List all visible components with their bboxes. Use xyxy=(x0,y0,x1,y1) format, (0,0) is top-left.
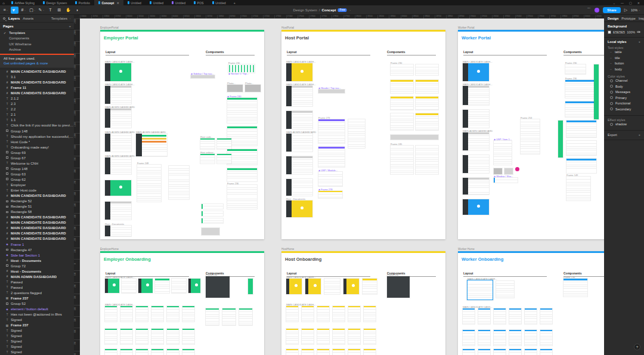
home-icon[interactable]: ⌂ xyxy=(0,0,7,5)
layer-row[interactable]: T1.1 xyxy=(0,118,74,123)
layer-row[interactable]: THas not been @actioned in 8hrs xyxy=(0,312,74,317)
file-tab[interactable]: Untitled xyxy=(168,0,190,5)
tab-prototype[interactable]: Prototype xyxy=(621,17,636,20)
layer-row[interactable]: Group 148 xyxy=(0,166,74,171)
layer-row[interactable]: ◈Side bar Section 1 xyxy=(0,252,74,258)
layer-row[interactable]: ▤Frame 237 xyxy=(0,295,74,301)
layer-row[interactable]: #Frame 11 xyxy=(0,85,74,91)
color-style-row[interactable]: Secondary xyxy=(608,106,640,112)
layer-row[interactable]: T2.2 xyxy=(0,107,74,112)
tab-assets[interactable]: Assets xyxy=(23,17,33,20)
background-opacity[interactable]: 100% xyxy=(627,30,635,34)
avatar[interactable] xyxy=(595,8,599,13)
frame-name-label[interactable]: HostHome xyxy=(281,248,294,251)
tab-inspect[interactable]: Inspect xyxy=(639,17,644,20)
close-icon[interactable]: ✕ xyxy=(637,1,640,5)
layer-row[interactable]: Group 62 xyxy=(0,177,74,182)
layer-row[interactable]: TSigned xyxy=(0,317,74,323)
layer-row[interactable]: TPassed xyxy=(0,285,74,290)
headphones-icon[interactable]: ⌒ xyxy=(587,7,591,13)
pen-tool[interactable]: ✎⌄ xyxy=(38,7,45,14)
frame-name-label[interactable]: EmployerHome xyxy=(100,248,119,251)
new-tab-button[interactable]: + xyxy=(230,0,239,5)
close-tab-icon[interactable]: ✕ xyxy=(117,1,119,5)
color-style-row[interactable]: Primary xyxy=(608,95,640,101)
upgrade-link[interactable]: Get unlimited pages & more xyxy=(4,61,70,65)
layer-row[interactable]: #MAIN ADMIN DASHBOARD xyxy=(0,274,74,279)
layer-row[interactable]: #MAIN CANDIDATE DASHBOARD xyxy=(0,193,74,199)
page-row[interactable]: UX Wireframe xyxy=(0,41,74,47)
chevron-down-icon[interactable]: ⌄ xyxy=(349,9,351,11)
layer-row[interactable]: Group 69 xyxy=(0,150,74,155)
layer-row[interactable]: Rectangle 52 xyxy=(0,199,74,204)
layer-row[interactable]: Rectangle 47 xyxy=(0,247,74,252)
design-frame-worker-onboarding[interactable]: Worker HomeWorker OnboardingLayoutCompon… xyxy=(458,251,604,355)
text-style-row[interactable]: –table xyxy=(608,50,640,55)
hand-tool[interactable]: ✋ xyxy=(64,7,72,14)
layer-row[interactable]: TSigned xyxy=(0,344,74,350)
page-row[interactable]: Components xyxy=(0,36,74,42)
layer-row[interactable]: TEnter Host code xyxy=(0,188,74,193)
layer-row[interactable]: #MAIN CANDIDATE DASHBOARD xyxy=(0,231,74,236)
layer-row[interactable]: T2.1.2 xyxy=(0,96,74,101)
layer-row[interactable]: TOnboarding made easy! xyxy=(0,144,74,150)
page-row[interactable]: Archive xyxy=(0,47,74,53)
layer-row[interactable]: #MAIN CANDIDATE DASHBOARD xyxy=(0,215,74,220)
file-breadcrumb[interactable]: Design System / Concept Free ⌄ xyxy=(293,8,351,12)
layer-row[interactable]: ◈Frame 1 xyxy=(0,242,74,247)
design-frame-host-portal[interactable]: HostPortalHost PortalLayoutComponentsMAI… xyxy=(281,30,445,239)
tab-layers[interactable]: Layers xyxy=(8,17,20,20)
file-tab[interactable]: Untitled xyxy=(123,0,145,5)
file-tab[interactable]: Concept✕ xyxy=(94,0,123,5)
help-button[interactable]: ? xyxy=(634,344,640,350)
layer-row[interactable]: TWelcome to CNH xyxy=(0,160,74,166)
add-export-button[interactable]: + xyxy=(639,133,640,137)
add-style-button[interactable]: + xyxy=(639,40,640,44)
frame-name-label[interactable]: Worker Home xyxy=(458,248,475,251)
layer-row[interactable]: TSigned xyxy=(0,339,74,344)
layer-row[interactable]: TSigned xyxy=(0,328,74,334)
file-tab[interactable]: Design System xyxy=(39,0,71,5)
layer-row[interactable]: #MAIN CANDIDATE DASHBOARD xyxy=(0,220,74,226)
page-row[interactable]: ✓Templates xyxy=(0,30,74,36)
layer-row[interactable]: TClick the link if you would like to pre… xyxy=(0,123,74,128)
layer-row[interactable]: TEmployer xyxy=(0,182,74,187)
layer-row[interactable]: T2 questions flagged xyxy=(0,290,74,295)
background-hex[interactable]: E5E5E5 xyxy=(613,30,625,34)
layer-row[interactable]: THost Code * xyxy=(0,139,74,144)
color-style-row[interactable]: Channel xyxy=(608,78,640,84)
layer-row[interactable]: Group 72 xyxy=(0,263,74,268)
present-icon[interactable]: ▷ xyxy=(624,8,627,13)
file-tab[interactable]: Untitled xyxy=(145,0,168,5)
effect-style-row[interactable]: shadow xyxy=(608,122,640,128)
file-tab[interactable]: Untitled xyxy=(208,0,230,5)
text-style-row[interactable]: –title xyxy=(608,55,640,61)
layer-row[interactable]: TPassed xyxy=(0,279,74,285)
frame-name-label[interactable]: HostPortal xyxy=(281,26,294,29)
layer-row[interactable]: #MAIN CANDIDATE DASHBOARD xyxy=(0,69,74,75)
layer-row[interactable]: ◈element / button default xyxy=(0,307,74,312)
zoom-menu[interactable]: 10% ⌄ xyxy=(631,8,640,12)
layer-row[interactable]: #Host - Documents xyxy=(0,268,74,274)
file-tab[interactable]: AirMee Styling xyxy=(7,0,39,5)
file-tab[interactable]: POS xyxy=(190,0,208,5)
eye-icon[interactable] xyxy=(637,31,640,33)
color-style-row[interactable]: Messages xyxy=(608,89,640,95)
layer-row[interactable]: T2.3 xyxy=(0,101,74,107)
layer-row[interactable]: Rectangle 51 xyxy=(0,204,74,209)
move-tool[interactable]: ➤⌄ xyxy=(11,7,18,14)
layer-row[interactable]: #MAIN CANDIDATE DASHBOARD xyxy=(0,80,74,85)
color-style-row[interactable]: Body xyxy=(608,84,640,89)
layer-row[interactable]: #MAIN CANDIDATE DASHBOARD xyxy=(0,236,74,242)
tab-design[interactable]: Design xyxy=(608,17,618,20)
layer-row[interactable]: ▤Frame 237 xyxy=(0,323,74,328)
frame-name-label[interactable]: EmployerPortal xyxy=(100,26,119,29)
layer-row[interactable]: T2.1 xyxy=(0,112,74,118)
maximize-icon[interactable]: ▢ xyxy=(629,1,632,5)
text-tool[interactable]: T xyxy=(47,7,54,14)
search-icon[interactable] xyxy=(3,17,5,20)
background-swatch[interactable] xyxy=(608,30,611,34)
menu-icon[interactable]: ≡⌄ xyxy=(2,7,10,14)
add-page-button[interactable]: + xyxy=(69,24,71,28)
comment-tool[interactable]: ◗ xyxy=(73,7,81,14)
